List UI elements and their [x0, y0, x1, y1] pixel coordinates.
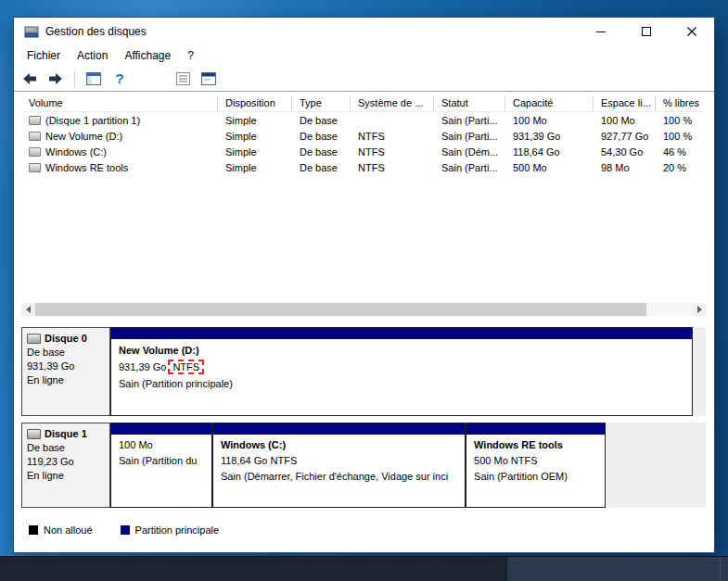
cell-volume: Windows RE tools: [21, 160, 218, 175]
minimize-button[interactable]: [578, 18, 623, 45]
disk0-type: De base: [27, 346, 105, 360]
show-desktop-button[interactable]: [720, 557, 728, 581]
taskbar[interactable]: [0, 556, 728, 581]
unallocated-swatch: [29, 525, 38, 535]
scroll-left-icon: [26, 306, 31, 313]
volume-table: Volume Disposition Type Système de ... S…: [21, 95, 707, 175]
scroll-right-button[interactable]: [693, 303, 707, 316]
disk-management-window: Gestion des disques Fichier Action Affic…: [13, 17, 715, 553]
minimize-icon: [596, 27, 606, 36]
menu-affichage[interactable]: Affichage: [116, 47, 179, 64]
table-header-row: Volume Disposition Type Système de ... S…: [21, 95, 707, 112]
close-icon: [687, 27, 696, 36]
header-type[interactable]: Type: [292, 95, 351, 111]
volume-row[interactable]: Windows (C:) Simple De base NTFS Sain (D…: [21, 144, 707, 159]
header-disposition[interactable]: Disposition: [218, 95, 292, 111]
window-title: Gestion des disques: [45, 25, 578, 38]
legend-unallocated: Non alloué: [29, 524, 93, 536]
disk1-tracks: 100 Mo Sain (Partition du Windows (C:) 1…: [110, 423, 706, 508]
partition-size-fs: 500 Mo NTFS: [474, 453, 597, 469]
header-volume[interactable]: Volume: [21, 95, 218, 111]
volume-row[interactable]: Windows RE tools Simple De base NTFS Sai…: [21, 159, 707, 175]
console-window-button[interactable]: [198, 69, 219, 89]
cell-libres: 20 %: [656, 160, 704, 175]
volume-list-pane: Volume Disposition Type Système de ... S…: [14, 92, 714, 318]
cell-capacite: 118,64 Go: [505, 145, 594, 159]
export-list-button[interactable]: [172, 69, 193, 89]
horizontal-scrollbar[interactable]: [21, 303, 707, 316]
cell-type: De base: [292, 113, 351, 128]
console-window-icon: [201, 72, 216, 85]
close-button[interactable]: [669, 18, 714, 45]
partition-size-fs: 100 Mo: [119, 437, 204, 453]
cell-statut: Sain (Parti...: [434, 160, 505, 175]
volume-row[interactable]: (Disque 1 partition 1) Simple De base Sa…: [21, 112, 707, 128]
disk0-tracks: New Volume (D:) 931,39 GoNTFS Sain (Part…: [110, 327, 706, 416]
partition-title: Windows RE tools: [474, 437, 597, 453]
volume-icon: [29, 163, 41, 172]
cell-fs: NTFS: [351, 145, 434, 159]
cell-libres: 100 %: [656, 129, 704, 144]
legend: Non alloué Partition principale: [29, 524, 706, 536]
header-capacite[interactable]: Capacité: [505, 95, 594, 111]
partition-size-fs: 931,39 GoNTFS: [119, 359, 684, 375]
back-button[interactable]: [19, 69, 40, 89]
disk-row-0: Disque 0 De base 931,39 Go En ligne New …: [21, 327, 706, 416]
primary-partition-band: [111, 328, 692, 339]
cell-type: De base: [292, 145, 351, 159]
cell-capacite: 100 Mo: [505, 113, 594, 128]
disk0-header[interactable]: Disque 0 De base 931,39 Go En ligne: [21, 327, 110, 416]
disk1-size: 119,23 Go: [27, 455, 105, 469]
header-libres[interactable]: % libres: [656, 95, 704, 111]
partition-windows-re-tools[interactable]: Windows RE tools 500 Mo NTFS Sain (Parti…: [466, 423, 606, 508]
menu-action[interactable]: Action: [69, 47, 116, 64]
legend-primary-partition: Partition principale: [121, 524, 220, 536]
scrollbar-track[interactable]: [35, 303, 693, 316]
partition-status: Sain (Partition du: [119, 453, 204, 469]
partition-title: Windows (C:): [221, 437, 457, 453]
scrollbar-thumb[interactable]: [35, 303, 646, 316]
console-tree-icon: [86, 72, 101, 85]
partition-status: Sain (Partition principale): [119, 375, 684, 392]
cell-capacite: 500 Mo: [505, 160, 594, 175]
disk1-status: En ligne: [27, 469, 105, 483]
maximize-icon: [642, 27, 651, 36]
header-espace[interactable]: Espace li...: [594, 95, 656, 111]
volume-icon: [29, 116, 41, 125]
cell-fs: NTFS: [351, 160, 434, 175]
system-tray[interactable]: [506, 557, 728, 581]
menu-fichier[interactable]: Fichier: [19, 47, 69, 64]
title-bar[interactable]: Gestion des disques: [14, 18, 714, 45]
partition-new-volume-d[interactable]: New Volume (D:) 931,39 GoNTFS Sain (Part…: [110, 327, 693, 416]
header-statut[interactable]: Statut: [434, 95, 505, 111]
partition-windows-c[interactable]: Windows (C:) 118,64 Go NTFS Sain (Démarr…: [212, 423, 466, 508]
disk1-header[interactable]: Disque 1 De base 119,23 Go En ligne: [21, 423, 110, 508]
cell-volume: Windows (C:): [21, 145, 218, 159]
disk-management-app-icon: [24, 24, 39, 39]
cell-libres: 100 %: [656, 113, 704, 128]
volume-icon: [29, 132, 41, 141]
header-systeme[interactable]: Système de ...: [351, 95, 434, 111]
cell-fs: NTFS: [351, 129, 434, 144]
maximize-button[interactable]: [623, 18, 669, 45]
help-button[interactable]: ?: [109, 69, 130, 89]
scroll-left-button[interactable]: [21, 303, 35, 316]
cell-espace: 100 Mo: [594, 113, 656, 128]
cell-capacite: 931,39 Go: [505, 129, 594, 144]
forward-icon: [48, 72, 63, 85]
help-icon: ?: [115, 71, 123, 85]
menu-help[interactable]: ?: [179, 47, 202, 64]
partition-title: New Volume (D:): [119, 342, 684, 359]
partition-system-reserved[interactable]: 100 Mo Sain (Partition du: [110, 423, 212, 508]
volume-row[interactable]: New Volume (D:) Simple De base NTFS Sain…: [21, 128, 707, 144]
cell-libres: 46 %: [656, 145, 704, 159]
cell-espace: 927,77 Go: [594, 129, 656, 144]
scroll-right-icon: [697, 306, 702, 313]
forward-button[interactable]: [45, 69, 66, 89]
partition-status: Sain (Partition OEM): [474, 469, 597, 485]
console-tree-button[interactable]: [83, 69, 104, 89]
toolbar: ?: [14, 66, 714, 92]
cell-disposition: Simple: [218, 129, 292, 144]
cell-statut: Sain (Dém...: [434, 145, 505, 159]
cell-type: De base: [292, 129, 351, 144]
